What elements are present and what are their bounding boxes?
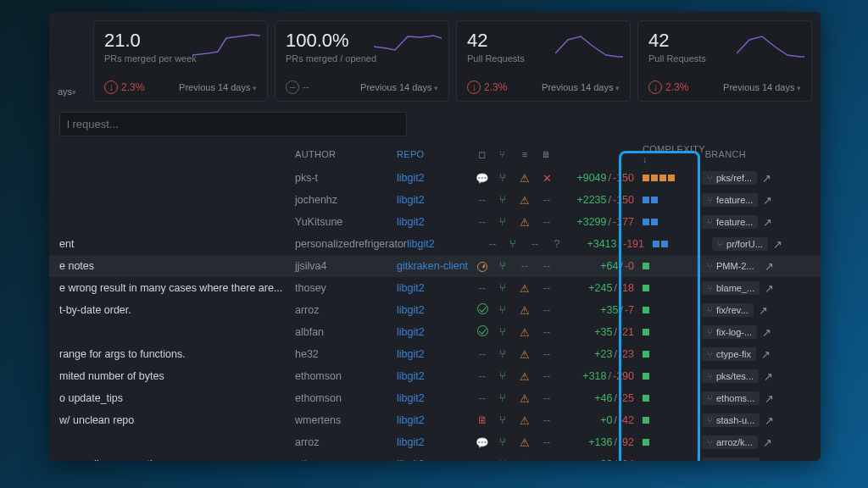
metric-range-dropdown[interactable]: Previous 14 days xyxy=(542,82,620,92)
branch-pill[interactable]: ⑂pr/forU... xyxy=(712,237,768,251)
col-list-icon[interactable]: ≡ xyxy=(514,149,536,159)
branch-pill[interactable]: ⑂arroz/k... xyxy=(702,435,758,449)
pr-repo-link[interactable]: libgit2 xyxy=(397,458,473,461)
table-row[interactable]: o update_tipsethomsonlibgit2--⑂⚠--+46/-2… xyxy=(49,387,821,409)
col-author[interactable]: Author xyxy=(295,149,397,159)
pr-author[interactable]: ethomson xyxy=(295,370,397,382)
metric-range-dropdown[interactable]: Previous 14 days xyxy=(360,82,438,92)
branch-pill[interactable]: ⑂ethoms... xyxy=(702,458,760,461)
sparkline xyxy=(192,28,260,62)
external-link-icon[interactable]: ↗ xyxy=(762,326,771,339)
table-row[interactable]: pks-tlibgit2💬⑂⚠✕+9049/-150⑂pks/ref...↗ xyxy=(49,167,821,189)
pr-repo-link[interactable]: libgit2 xyxy=(397,348,473,360)
branch-pill[interactable]: ⑂blame_... xyxy=(702,281,760,295)
comment-icon: 💬 xyxy=(476,437,489,449)
external-link-icon[interactable]: ↗ xyxy=(765,458,774,462)
branch-pill[interactable]: ⑂stash-u... xyxy=(702,413,760,427)
metric-range-dropdown[interactable]: Previous 14 days xyxy=(723,82,801,92)
branch-pill[interactable]: ⑂feature... xyxy=(702,215,758,229)
external-link-icon[interactable]: ↗ xyxy=(765,414,774,427)
table-row[interactable]: jochenhzlibgit2--⑂⚠--+2235/-150⑂feature.… xyxy=(49,189,821,211)
pr-repo-link[interactable]: libgit2 xyxy=(397,414,473,426)
table-row[interactable]: e notesjjsilva4gitkraken-client⑂----+64/… xyxy=(49,255,821,277)
pr-repo-link[interactable]: libgit2 xyxy=(397,216,473,228)
external-link-icon[interactable]: ↗ xyxy=(759,304,768,317)
col-repo[interactable]: Repo xyxy=(397,149,473,159)
flag-status: -- xyxy=(536,370,558,382)
external-link-icon[interactable]: ↗ xyxy=(765,282,774,295)
col-file-icon[interactable]: 🗎 xyxy=(536,149,558,159)
table-row[interactable]: YuKitsunelibgit2--⑂⚠--+3299/-177⑂feature… xyxy=(49,211,821,233)
external-link-icon[interactable]: ↗ xyxy=(773,238,782,251)
pr-title: ween-alive connections xyxy=(59,458,295,461)
pr-repo-link[interactable]: libgit2 xyxy=(397,436,473,448)
pr-author[interactable]: jjsilva4 xyxy=(295,260,397,272)
branch-pill[interactable]: ⑂ctype-fix xyxy=(702,347,756,361)
pr-author[interactable]: YuKitsune xyxy=(295,216,397,228)
metric-card-pull-requests-2[interactable]: 42 Pull Requests ↓2.3% Previous 14 days xyxy=(637,20,812,102)
pr-author[interactable]: he32 xyxy=(295,348,397,360)
pr-repo-link[interactable]: libgit2 xyxy=(397,326,473,338)
pr-repo-link[interactable]: libgit2 xyxy=(397,370,473,382)
pr-author[interactable]: arroz xyxy=(295,436,397,448)
pr-repo-link[interactable]: gitkraken-client xyxy=(397,260,473,272)
external-link-icon[interactable]: ↗ xyxy=(763,436,772,449)
table-row[interactable]: arrozlibgit2💬⑂⚠--+136/-92⑂arroz/k...↗ xyxy=(49,431,821,453)
pr-author[interactable]: ethomson xyxy=(295,458,397,461)
pr-repo-link[interactable]: libgit2 xyxy=(397,282,473,294)
pr-title: t-by-date order. xyxy=(59,304,295,316)
table-row[interactable]: w/ unclean repowmertenslibgit2🗎⑂⚠--+0/-4… xyxy=(49,409,821,431)
pr-author[interactable]: personalizedrefrigerator xyxy=(295,238,407,250)
col-complexity[interactable]: Complexity ↓ xyxy=(634,144,705,164)
pr-repo-link[interactable]: libgit2 xyxy=(397,194,473,206)
pr-author[interactable]: wmertens xyxy=(295,414,397,426)
table-row[interactable]: t-by-date order.arrozlibgit2⑂⚠--+35/-7⑂f… xyxy=(49,299,821,321)
external-link-icon[interactable]: ↗ xyxy=(763,216,772,229)
person-icon: ◻ xyxy=(478,149,486,159)
pr-repo-link[interactable]: libgit2 xyxy=(397,304,473,316)
table-row[interactable]: entpersonalizedrefrigeratorlibgit2--⑂--?… xyxy=(49,233,821,255)
col-fork-icon[interactable]: ⑂ xyxy=(492,149,514,159)
branch-pill[interactable]: ⑂PMM-2... xyxy=(702,259,760,273)
pr-author[interactable]: arroz xyxy=(295,304,397,316)
external-link-icon[interactable]: ↗ xyxy=(763,194,772,207)
pr-repo-link[interactable]: libgit2 xyxy=(407,238,483,250)
flag-status: -- xyxy=(536,216,558,228)
branch-pill[interactable]: ⑂ethoms... xyxy=(702,391,760,405)
pr-author[interactable]: jochenhz xyxy=(295,194,397,206)
search-input[interactable] xyxy=(59,112,407,136)
fork-icon: ⑂ xyxy=(499,348,506,360)
branch-pill[interactable]: ⑂pks/ref... xyxy=(702,171,757,185)
external-link-icon[interactable]: ↗ xyxy=(764,370,773,383)
external-link-icon[interactable]: ↗ xyxy=(765,260,774,273)
external-link-icon[interactable]: ↗ xyxy=(761,348,771,361)
col-review-icon[interactable]: ◻ xyxy=(473,149,492,160)
table-row[interactable]: mited number of bytesethomsonlibgit2--⑂⚠… xyxy=(49,365,821,387)
branch-pill[interactable]: ⑂pks/tes... xyxy=(702,369,759,383)
pr-author[interactable]: albfan xyxy=(295,326,397,338)
pr-author[interactable]: thosey xyxy=(295,282,397,294)
file-icon: 🗎 xyxy=(542,149,551,159)
external-link-icon[interactable]: ↗ xyxy=(762,172,771,185)
table-row[interactable]: e wrong result in many cases where there… xyxy=(49,277,821,299)
table-row[interactable]: range for args to functions.he32libgit2-… xyxy=(49,343,821,365)
table-row[interactable]: albfanlibgit2⑂⚠--+35/-21⑂fix-log-...↗ xyxy=(49,321,821,343)
metrics-row: ays 21.0 PRs merged per week ↓2.3% Previ… xyxy=(49,12,821,102)
pr-author[interactable]: pks-t xyxy=(295,172,397,184)
warning-icon: ⚠ xyxy=(520,195,530,207)
pr-title: e wrong result in many cases where there… xyxy=(59,282,295,294)
metric-range-dropdown[interactable]: Previous 14 days xyxy=(179,82,257,92)
pr-repo-link[interactable]: libgit2 xyxy=(397,392,473,404)
metric-card-pull-requests-1[interactable]: 42 Pull Requests ↓2.3% Previous 14 days xyxy=(456,20,631,102)
table-row[interactable]: ween-alive connectionsethomsonlibgit2--⑂… xyxy=(49,453,821,461)
pr-author[interactable]: ethomson xyxy=(295,392,397,404)
col-branch[interactable]: Branch xyxy=(705,149,810,159)
branch-pill[interactable]: ⑂fix/rev... xyxy=(702,303,754,317)
branch-pill[interactable]: ⑂fix-log-... xyxy=(702,325,757,339)
range-dropdown-truncated[interactable]: ays xyxy=(58,20,86,102)
pr-repo-link[interactable]: libgit2 xyxy=(397,172,473,184)
branch-pill[interactable]: ⑂feature... xyxy=(702,193,758,207)
external-link-icon[interactable]: ↗ xyxy=(765,392,774,405)
metric-card-prs-per-week[interactable]: 21.0 PRs merged per week ↓2.3% Previous … xyxy=(93,20,268,102)
metric-card-merge-rate[interactable]: 100.0% PRs merged / opened –-- Previous … xyxy=(275,20,449,102)
